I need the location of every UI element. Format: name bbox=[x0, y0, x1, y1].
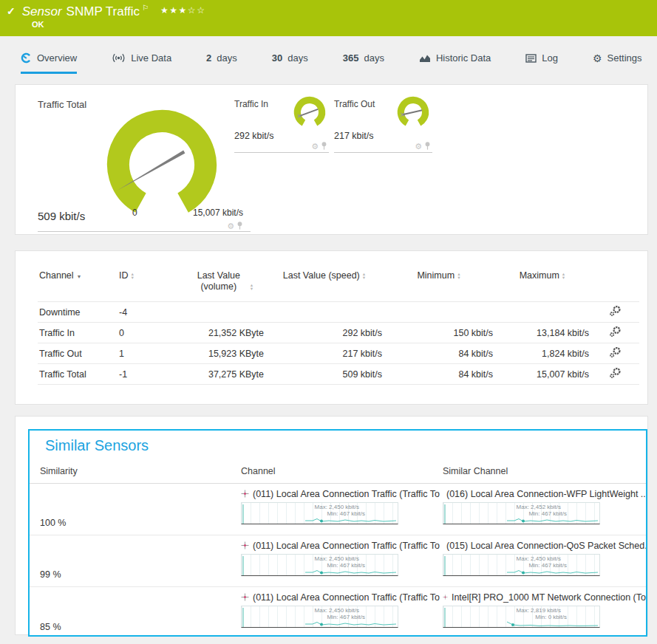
move-crosshair-icon bbox=[241, 541, 249, 549]
tab-2-days[interactable]: 2 days bbox=[206, 52, 237, 74]
channel-volume bbox=[178, 302, 265, 323]
move-crosshair-icon bbox=[241, 593, 249, 601]
similar-channel-mini-graph[interactable]: Max: 2,452 kbit/s Min: 467 kbit/s bbox=[443, 502, 600, 524]
similar-channel-link[interactable]: (015) Local Area Connection-QoS Packet S… bbox=[443, 539, 646, 552]
channel-volume: 15,923 KByte bbox=[178, 343, 265, 364]
tab-settings[interactable]: ⚙ Settings bbox=[593, 52, 642, 74]
gauges-panel: Traffic Total 509 kbit/s 0 15,007 kbit/s… bbox=[15, 84, 648, 235]
channel-volume: 37,275 KByte bbox=[178, 364, 265, 385]
tab-label: days bbox=[364, 52, 384, 64]
channel-min: 150 kbit/s bbox=[384, 323, 494, 343]
gauge-settings-gear-icon[interactable]: ⚙ bbox=[311, 143, 319, 150]
gauge-scale-max: 15,007 kbit/s bbox=[193, 208, 243, 218]
tab-label: Historic Data bbox=[436, 52, 491, 64]
tab-bar: Overview Live Data 2 days 30 days 365 da… bbox=[0, 36, 657, 74]
sort-icon: ▲▼ bbox=[250, 284, 253, 290]
channel-settings-gears-icon[interactable] bbox=[609, 305, 622, 317]
tab-30-days[interactable]: 30 days bbox=[272, 52, 308, 74]
gauge-current-value: 509 kbit/s bbox=[38, 210, 85, 222]
tab-label: Settings bbox=[607, 52, 642, 64]
channel-max: 13,184 kbit/s bbox=[494, 323, 590, 343]
table-row: Traffic Out 1 15,923 KByte 217 kbit/s 84… bbox=[38, 343, 639, 364]
similar-sensor-row: 100 % (011) Local Area Connection Traffi… bbox=[30, 484, 646, 535]
channel-mini-graph[interactable]: Max: 2,450 kbit/s Min: 467 kbit/s bbox=[241, 554, 398, 576]
gauge-title: Traffic Total bbox=[38, 99, 86, 110]
gauge-pin-icon[interactable] bbox=[424, 142, 431, 150]
tab-overview[interactable]: Overview bbox=[21, 52, 77, 74]
gauge-title: Traffic In bbox=[234, 99, 268, 109]
channel-min: 84 kbit/s bbox=[384, 364, 494, 385]
gauge-traffic-in[interactable]: Traffic In 292 kbit/s ⚙ bbox=[234, 92, 329, 159]
channel-speed: 292 kbit/s bbox=[265, 323, 384, 343]
channel-link[interactable]: (011) Local Area Connection Traffic (Tra… bbox=[241, 539, 443, 552]
similarity-value: 99 % bbox=[40, 569, 241, 586]
status-ok-check-icon: ✓ bbox=[7, 4, 16, 18]
tab-label: Overview bbox=[37, 52, 77, 64]
channel-settings-gears-icon[interactable] bbox=[609, 346, 622, 358]
channel-label: Intel[R] PRO_1000 MT Network Connection … bbox=[452, 592, 646, 603]
sort-icon: ▲▼ bbox=[562, 273, 565, 279]
sensor-name: SNMP Traffic bbox=[67, 4, 140, 19]
channel-label: (016) Local Area Connection-WFP LightWei… bbox=[446, 489, 646, 499]
channels-panel: Channel▼ ID▲▼ Last Value (volume)▲▼ Last… bbox=[15, 250, 648, 405]
gauge-scale-min: 0 bbox=[132, 208, 137, 218]
channel-mini-graph[interactable]: Max: 2,450 kbit/s Min: 467 kbit/s bbox=[241, 502, 398, 524]
tab-live-data[interactable]: Live Data bbox=[112, 52, 171, 74]
tab-365-days[interactable]: 365 days bbox=[343, 52, 384, 74]
column-header-maximum[interactable]: Maximum▲▼ bbox=[494, 263, 590, 302]
column-header-channel[interactable]: Channel▼ bbox=[38, 263, 118, 302]
gauge-pin-icon[interactable] bbox=[321, 142, 327, 150]
similar-channel-mini-graph[interactable]: Max: 2,450 kbit/s Min: 467 kbit/s bbox=[443, 554, 600, 576]
similarity-value: 85 % bbox=[40, 622, 241, 637]
tab-label: Live Data bbox=[131, 52, 171, 64]
flag-icon[interactable]: ⚐ bbox=[142, 1, 149, 16]
channel-name[interactable]: Traffic Out bbox=[38, 343, 118, 364]
similar-channel-mini-graph[interactable]: Max: 2,819 kbit/s Min: 0 kbit/s bbox=[443, 606, 600, 628]
channel-speed: 509 kbit/s bbox=[265, 364, 384, 385]
column-header-last-value-speed[interactable]: Last Value (speed)▲▼ bbox=[265, 263, 384, 302]
live-data-icon bbox=[112, 53, 126, 63]
column-header-similar-channel: Similar Channel bbox=[443, 466, 646, 476]
traffic-in-gauge-dial bbox=[292, 95, 327, 130]
similar-channel-link[interactable]: (016) Local Area Connection-WFP LightWei… bbox=[443, 487, 646, 500]
similarity-value: 100 % bbox=[40, 518, 241, 535]
gauge-current-value: 217 kbit/s bbox=[334, 131, 374, 141]
channel-max: 1,824 kbit/s bbox=[494, 343, 590, 364]
similar-sensor-row: 99 % (011) Local Area Connection Traffic… bbox=[30, 535, 646, 587]
similar-table-header: Similarity Channel Similar Channel bbox=[30, 454, 646, 484]
column-header-minimum[interactable]: Minimum▲▼ bbox=[384, 263, 494, 302]
tab-log[interactable]: Log bbox=[525, 52, 558, 74]
channel-speed bbox=[265, 302, 384, 323]
channel-mini-graph[interactable]: Max: 2,450 kbit/s Min: 467 kbit/s bbox=[241, 606, 398, 628]
tab-historic-data[interactable]: Historic Data bbox=[419, 52, 491, 74]
sort-icon: ▲▼ bbox=[362, 273, 366, 279]
channel-name[interactable]: Downtime bbox=[38, 302, 118, 323]
channel-id: -1 bbox=[118, 364, 178, 385]
gauge-divider bbox=[334, 152, 432, 153]
gauge-traffic-out[interactable]: Traffic Out 217 kbit/s ⚙ bbox=[334, 92, 432, 159]
channel-link[interactable]: (011) Local Area Connection Traffic (Tra… bbox=[241, 487, 443, 500]
sensor-status-bar: ✓ Sensor SNMP Traffic ⚐ ★★★☆☆ OK bbox=[0, 0, 657, 36]
column-header-id[interactable]: ID▲▼ bbox=[118, 263, 178, 302]
gauge-settings-gear-icon[interactable]: ⚙ bbox=[415, 143, 422, 150]
column-header-last-value-volume[interactable]: Last Value (volume)▲▼ bbox=[178, 263, 265, 302]
sort-icon: ▲▼ bbox=[131, 273, 135, 279]
tab-label: days bbox=[217, 52, 236, 64]
channel-link[interactable]: (011) Local Area Connection Traffic (Tra… bbox=[241, 591, 443, 603]
gauge-traffic-total[interactable]: Traffic Total 509 kbit/s 0 15,007 kbit/s… bbox=[23, 91, 245, 233]
log-icon bbox=[525, 54, 537, 63]
graph-line bbox=[242, 503, 398, 524]
gauge-settings-gear-icon[interactable]: ⚙ bbox=[227, 222, 234, 230]
table-row: Traffic Total -1 37,275 KByte 509 kbit/s… bbox=[38, 364, 639, 385]
similar-sensor-row: 85 % (011) Local Area Connection Traffic… bbox=[30, 587, 646, 637]
priority-stars[interactable]: ★★★☆☆ bbox=[160, 3, 205, 18]
status-badge: OK bbox=[32, 20, 44, 29]
channel-name[interactable]: Traffic Total bbox=[38, 364, 118, 385]
gauge-pin-icon[interactable] bbox=[236, 222, 243, 230]
channel-name[interactable]: Traffic In bbox=[38, 323, 118, 343]
channel-label: (011) Local Area Connection Traffic (Tra… bbox=[253, 592, 440, 603]
similar-channel-link[interactable]: Intel[R] PRO_1000 MT Network Connection … bbox=[443, 591, 646, 603]
channel-settings-gears-icon[interactable] bbox=[609, 367, 622, 379]
channel-settings-gears-icon[interactable] bbox=[609, 326, 622, 338]
graph-line bbox=[242, 606, 398, 627]
